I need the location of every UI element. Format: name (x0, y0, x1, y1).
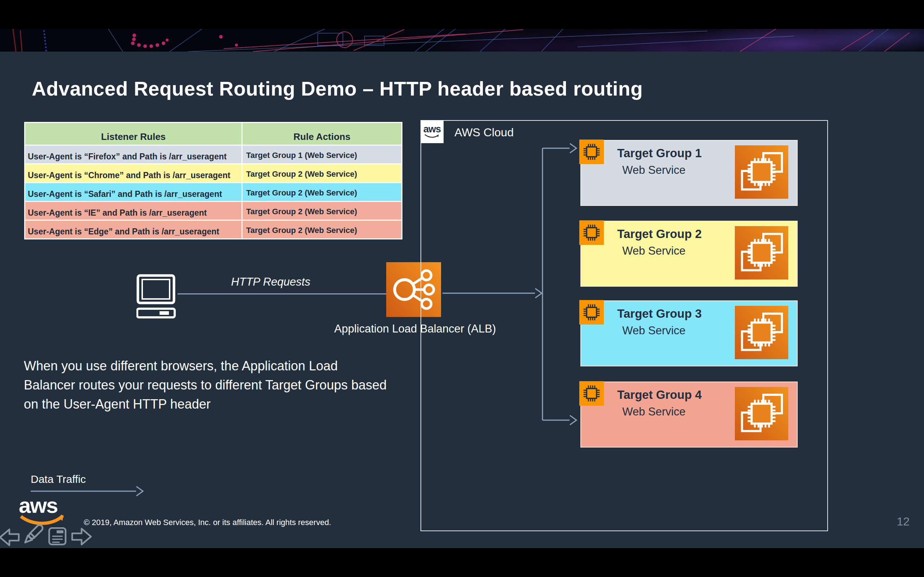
letterbox-bottom (0, 548, 924, 577)
computer-icon (136, 274, 176, 319)
http-requests-label: HTTP Requests (209, 276, 332, 288)
pen-icon[interactable] (19, 522, 45, 550)
letterbox-top (0, 0, 924, 29)
notes-icon[interactable] (46, 525, 69, 549)
previous-slide-icon[interactable] (0, 527, 20, 550)
action-cell: Target Group 2 (Web Service) (242, 164, 401, 182)
rule-cell: User-Agent is “Firefox” and Path is /arr… (25, 146, 241, 163)
rule-cell: User-Agent is “Edge” and Path is /arr_us… (25, 221, 241, 239)
copyright-text: © 2019, Amazon Web Services, Inc. or its… (84, 518, 331, 527)
arrowhead (136, 487, 143, 496)
aws-smile-icon (424, 134, 440, 139)
page-number: 12 (881, 515, 909, 528)
rule-cell: User-Agent is “IE” and Path is /arr_user… (25, 202, 241, 220)
table-header-listener-rules: Listener Rules (25, 123, 241, 145)
data-traffic-label: Data Traffic (31, 473, 86, 485)
description-text: When you use different browsers, the App… (24, 356, 388, 414)
table-header-rule-actions: Rule Actions (242, 123, 401, 145)
aws-logo-text: aws (423, 125, 441, 134)
action-cell: Target Group 1 (Web Service) (242, 146, 401, 163)
aws-cloud-label: AWS Cloud (454, 126, 514, 139)
aws-logo-text: aws (19, 495, 69, 516)
aws-cloud-icon: aws (420, 120, 444, 143)
rule-cell: User-Agent is “Chrome” and Path is /arr_… (25, 164, 241, 182)
rule-cell: User-Agent is “Safari” and Path is /arr_… (25, 183, 241, 201)
decorative-banner (0, 29, 924, 52)
next-slide-icon[interactable] (71, 526, 92, 549)
circuit-pattern (0, 29, 924, 52)
action-cell: Target Group 2 (Web Service) (242, 202, 401, 220)
alb-label: Application Load Balancer (ALB) (289, 322, 541, 335)
action-cell: Target Group 2 (Web Service) (242, 221, 401, 239)
action-cell: Target Group 2 (Web Service) (242, 183, 401, 201)
page-title: Advanced Request Routing Demo – HTTP hea… (32, 77, 898, 100)
listener-rules-table: Listener Rules Rule Actions User-Agent i… (24, 122, 402, 239)
slide: Advanced Request Routing Demo – HTTP hea… (0, 0, 924, 577)
